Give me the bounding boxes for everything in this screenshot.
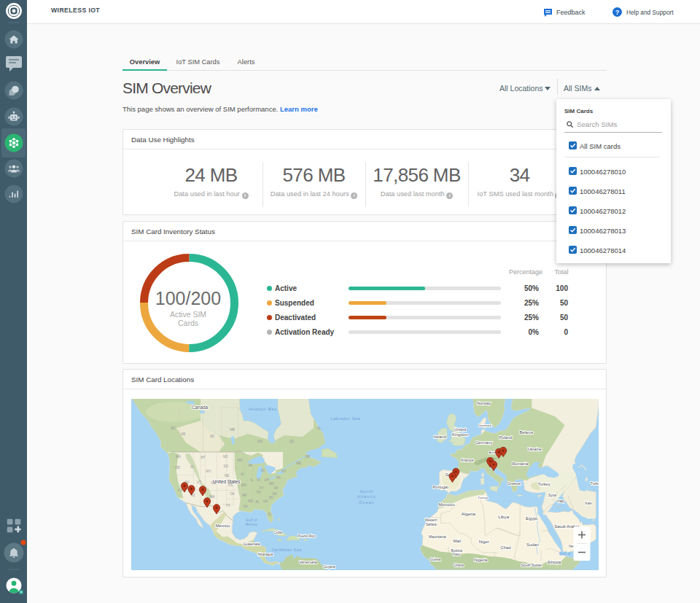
svg-text:NL: NL xyxy=(316,427,321,430)
svg-text:Turkm: Turkm xyxy=(591,481,599,486)
svg-text:North: North xyxy=(360,489,374,494)
svg-text:Ethiopia: Ethiopia xyxy=(548,560,561,564)
svg-text:BC: BC xyxy=(171,427,176,430)
svg-text:AL: AL xyxy=(255,500,260,504)
svg-text:MT: MT xyxy=(201,456,206,459)
svg-text:OR: OR xyxy=(175,466,181,470)
svg-text:Denmark: Denmark xyxy=(478,424,492,427)
svg-text:KY: KY xyxy=(260,486,264,490)
svg-text:Belarus: Belarus xyxy=(519,430,533,435)
svg-text:Ireland: Ireland xyxy=(434,435,446,439)
svg-text:NY: NY xyxy=(281,470,286,473)
svg-text:SK: SK xyxy=(210,435,215,438)
svg-text:GA: GA xyxy=(263,499,269,503)
svg-text:Algeria: Algeria xyxy=(462,511,476,516)
svg-text:Active SIM: Active SIM xyxy=(170,310,206,319)
svg-text:Turkey: Turkey xyxy=(538,482,551,486)
svg-text:UT: UT xyxy=(197,481,201,484)
svg-text:Western: Western xyxy=(425,518,438,522)
svg-text:Nigeria: Nigeria xyxy=(474,558,488,562)
svg-text:TN: TN xyxy=(257,491,261,494)
svg-text:AB: AB xyxy=(181,432,185,436)
svg-text:Poland: Poland xyxy=(499,435,512,440)
svg-text:MN: MN xyxy=(237,459,242,462)
svg-text:OH: OH xyxy=(264,478,269,482)
svg-text:Caribbean Sea: Caribbean Sea xyxy=(271,548,301,552)
svg-text:WV: WV xyxy=(269,482,275,486)
svg-text:IN: IN xyxy=(257,478,260,482)
svg-text:FL: FL xyxy=(268,513,272,516)
svg-text:Faso: Faso xyxy=(453,553,461,556)
svg-text:Sudan: Sudan xyxy=(526,542,539,547)
svg-text:WA: WA xyxy=(176,455,182,459)
svg-text:IL: IL xyxy=(250,478,253,482)
svg-text:Mexico: Mexico xyxy=(216,523,230,528)
svg-text:Guyana: Guyana xyxy=(324,565,336,569)
svg-text:QC: QC xyxy=(289,440,295,443)
svg-text:NC: NC xyxy=(272,492,277,496)
svg-text:Hudson Bay: Hudson Bay xyxy=(249,407,277,411)
svg-text:Germany: Germany xyxy=(475,440,492,445)
svg-text:United: United xyxy=(454,427,466,432)
svg-text:SD: SD xyxy=(224,464,229,468)
svg-text:Chad: Chad xyxy=(501,545,511,550)
svg-text:Ocean: Ocean xyxy=(359,500,374,505)
svg-text:Portugal: Portugal xyxy=(433,485,448,489)
svg-text:Cards: Cards xyxy=(178,319,198,327)
svg-text:OK: OK xyxy=(230,492,236,496)
svg-text:Labrador Sea: Labrador Sea xyxy=(330,416,360,421)
svg-text:ID: ID xyxy=(190,465,194,469)
svg-text:United States: United States xyxy=(213,479,241,484)
svg-text:Syria: Syria xyxy=(548,494,556,497)
svg-text:Nicaragua: Nicaragua xyxy=(257,553,273,556)
svg-text:Kingdom: Kingdom xyxy=(452,432,468,437)
svg-text:Gulf of: Gulf of xyxy=(559,552,571,556)
svg-text:LA: LA xyxy=(244,505,249,508)
svg-text:Cuba: Cuba xyxy=(273,531,282,534)
svg-text:ME: ME xyxy=(296,462,301,465)
svg-text:WY: WY xyxy=(206,470,211,473)
svg-text:Venezuela: Venezuela xyxy=(299,560,316,564)
svg-text:Guatemala: Guatemala xyxy=(244,542,260,546)
svg-text:Gulf of: Gulf of xyxy=(246,518,257,522)
svg-text:MI: MI xyxy=(261,469,265,472)
svg-text:Romania: Romania xyxy=(512,462,529,466)
svg-text:AR: AR xyxy=(242,494,247,497)
svg-text:Iran: Iran xyxy=(585,501,592,505)
svg-text:PA: PA xyxy=(276,476,281,480)
svg-text:France: France xyxy=(461,458,473,462)
svg-text:?: ? xyxy=(615,9,620,16)
svg-text:SC: SC xyxy=(269,496,274,499)
svg-text:Iraq: Iraq xyxy=(557,499,564,503)
svg-text:Mauritania: Mauritania xyxy=(429,534,446,539)
svg-text:ON: ON xyxy=(257,440,262,443)
svg-text:Canada: Canada xyxy=(192,405,209,410)
svg-text:Burkina: Burkina xyxy=(451,549,463,553)
svg-text:Norway: Norway xyxy=(477,401,491,405)
svg-text:NE: NE xyxy=(225,474,229,478)
svg-text:South Sudan: South Sudan xyxy=(521,563,542,567)
svg-text:Greece: Greece xyxy=(508,481,521,486)
svg-text:Ukraine: Ukraine xyxy=(528,447,542,451)
svg-text:Puerto Rico: Puerto Rico xyxy=(298,534,316,538)
svg-text:WI: WI xyxy=(248,464,252,467)
svg-text:100/200: 100/200 xyxy=(155,288,221,308)
svg-text:KS: KS xyxy=(228,483,233,487)
svg-text:Libya: Libya xyxy=(498,514,509,519)
svg-text:TX: TX xyxy=(226,504,230,507)
svg-text:NB: NB xyxy=(305,455,309,459)
svg-text:MS: MS xyxy=(248,499,253,503)
svg-text:Tunisia: Tunisia xyxy=(478,496,489,499)
svg-text:Mali: Mali xyxy=(453,539,461,543)
svg-text:Sahara: Sahara xyxy=(426,523,437,526)
svg-text:MB: MB xyxy=(230,428,235,432)
svg-text:CO: CO xyxy=(211,481,216,485)
svg-text:Mexico: Mexico xyxy=(246,523,257,526)
svg-text:Ghana: Ghana xyxy=(454,564,464,567)
svg-text:NM: NM xyxy=(209,495,214,499)
svg-text:Egypt: Egypt xyxy=(526,516,537,521)
svg-text:Morocco: Morocco xyxy=(438,502,454,507)
svg-text:MO: MO xyxy=(241,483,247,487)
svg-text:VA: VA xyxy=(274,486,279,490)
svg-text:Niger: Niger xyxy=(479,540,489,544)
